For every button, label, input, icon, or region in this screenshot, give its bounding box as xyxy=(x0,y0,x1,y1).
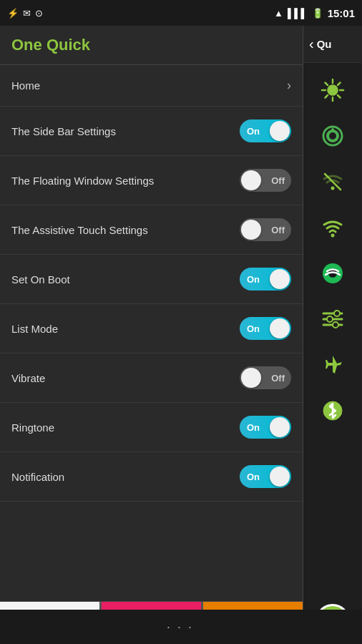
bluetooth-icon xyxy=(323,399,343,422)
extra-icon: ⊙ xyxy=(35,8,43,19)
wifi-off-icon xyxy=(321,170,344,193)
svg-point-21 xyxy=(334,311,340,316)
toggle-ringtone[interactable]: On xyxy=(240,416,291,439)
status-icons-left: ⚡ ✉ ⊙ xyxy=(7,8,43,19)
toggle-vibrate-knob xyxy=(241,368,261,388)
battery-icon: 🔋 xyxy=(312,8,323,19)
svg-point-22 xyxy=(327,316,333,322)
toggle-floating-knob xyxy=(241,170,261,190)
settings-label-notification: Notification xyxy=(11,471,240,483)
settings-row-listmode: List Mode On xyxy=(0,304,303,353)
sidebar-item-music[interactable] xyxy=(311,252,354,295)
settings-row-floating: The Floating Window Settings Off xyxy=(0,156,303,205)
sidebar-item-wifi[interactable] xyxy=(311,206,354,249)
svg-point-14 xyxy=(331,187,335,190)
toggle-vibrate-label: Off xyxy=(271,373,285,384)
settings-header: One Quick xyxy=(0,26,303,65)
toggle-notification[interactable]: On xyxy=(240,465,291,488)
toggle-assistive-label: Off xyxy=(271,225,285,235)
settings-row-sidebar: The Side Bar Settings On xyxy=(0,107,303,156)
settings-row-notification: Notification On xyxy=(0,452,303,502)
svg-point-23 xyxy=(333,322,338,328)
settings-panel: One Quick Home › The Side Bar Settings O… xyxy=(0,26,303,644)
toggle-listmode-knob xyxy=(270,318,290,338)
toggle-vibrate[interactable]: Off xyxy=(240,366,291,389)
clock: 15:01 xyxy=(328,7,355,19)
sidebar-item-bluetooth[interactable] xyxy=(311,389,354,432)
nav-dots: • • • xyxy=(167,624,195,630)
toggle-ringtone-knob xyxy=(270,417,290,437)
svg-line-6 xyxy=(338,95,341,98)
toggle-floating[interactable]: Off xyxy=(240,169,291,192)
wifi-icon xyxy=(321,216,344,239)
toggle-floating-label: Off xyxy=(271,175,285,186)
music-icon xyxy=(321,262,344,285)
brightness-icon xyxy=(321,78,345,102)
settings-row-ringtone: Ringtone On xyxy=(0,403,303,452)
toggle-sidebar-knob xyxy=(270,121,290,141)
svg-line-8 xyxy=(326,95,328,98)
status-icons-right: ▲ ▌▌▌ 🔋 15:01 xyxy=(274,7,355,19)
svg-point-11 xyxy=(329,132,336,140)
toggle-assistive[interactable]: Off xyxy=(240,218,291,241)
toggle-listmode-label: On xyxy=(247,323,260,334)
nav-bar: • • • xyxy=(0,610,362,644)
toggle-boot[interactable]: On xyxy=(240,268,291,291)
toggle-assistive-knob xyxy=(241,220,261,240)
settings-label-assistive: The Assistive Touch Settings xyxy=(11,224,240,236)
usb-icon: ⚡ xyxy=(7,8,19,19)
wifi-status-icon: ▲ xyxy=(274,8,283,19)
svg-marker-12 xyxy=(330,127,336,132)
settings-label-boot: Set On Boot xyxy=(11,273,240,286)
settings-label-listmode: List Mode xyxy=(11,323,240,335)
status-bar: ⚡ ✉ ⊙ ▲ ▌▌▌ 🔋 15:01 xyxy=(0,0,362,26)
toggle-boot-label: On xyxy=(247,274,260,285)
sidebar-item-wifi-off[interactable] xyxy=(311,160,354,203)
signal-icon: ▌▌▌ xyxy=(288,8,308,19)
airplane-icon xyxy=(321,353,344,376)
main-layout: One Quick Home › The Side Bar Settings O… xyxy=(0,26,362,644)
home-chevron: › xyxy=(287,78,291,93)
sms-icon: ✉ xyxy=(23,8,31,19)
settings-row-vibrate: Vibrate Off xyxy=(0,353,303,403)
toggle-notification-label: On xyxy=(247,472,260,482)
refresh-icon xyxy=(321,125,344,147)
menu-icon xyxy=(321,308,344,331)
sidebar-item-refresh[interactable] xyxy=(311,114,354,157)
toggle-notification-knob xyxy=(270,467,290,487)
toggle-boot-knob xyxy=(270,269,290,289)
sidebar-items xyxy=(303,63,362,598)
chevron-right-icon: › xyxy=(287,78,291,93)
right-sidebar: ‹ Qu xyxy=(303,26,362,644)
settings-label-ringtone: Ringtone xyxy=(11,421,240,434)
svg-line-7 xyxy=(338,83,341,86)
settings-row-home[interactable]: Home › xyxy=(0,65,303,107)
settings-label-home: Home xyxy=(11,79,287,92)
sidebar-item-menu[interactable] xyxy=(311,298,354,341)
svg-line-5 xyxy=(326,83,328,86)
toggle-sidebar[interactable]: On xyxy=(240,119,291,142)
toggle-sidebar-label: On xyxy=(247,126,260,137)
back-arrow-icon: ‹ xyxy=(309,36,314,52)
settings-list: Home › The Side Bar Settings On The Floa… xyxy=(0,65,303,601)
toggle-listmode[interactable]: On xyxy=(240,317,291,340)
settings-label-sidebar: The Side Bar Settings xyxy=(11,125,240,137)
sidebar-item-brightness[interactable] xyxy=(311,69,354,112)
svg-point-15 xyxy=(331,234,335,238)
toggle-ringtone-label: On xyxy=(247,422,260,433)
settings-row-boot: Set On Boot On xyxy=(0,255,303,304)
app-title: One Quick xyxy=(11,36,90,54)
svg-point-0 xyxy=(328,85,338,95)
settings-label-floating: The Floating Window Settings xyxy=(11,175,240,187)
settings-label-vibrate: Vibrate xyxy=(11,372,240,384)
sidebar-item-plane[interactable] xyxy=(311,343,354,386)
sidebar-back-button[interactable]: ‹ Qu xyxy=(303,26,362,63)
settings-row-assistive: The Assistive Touch Settings Off xyxy=(0,205,303,255)
sidebar-back-label: Qu xyxy=(317,38,332,50)
